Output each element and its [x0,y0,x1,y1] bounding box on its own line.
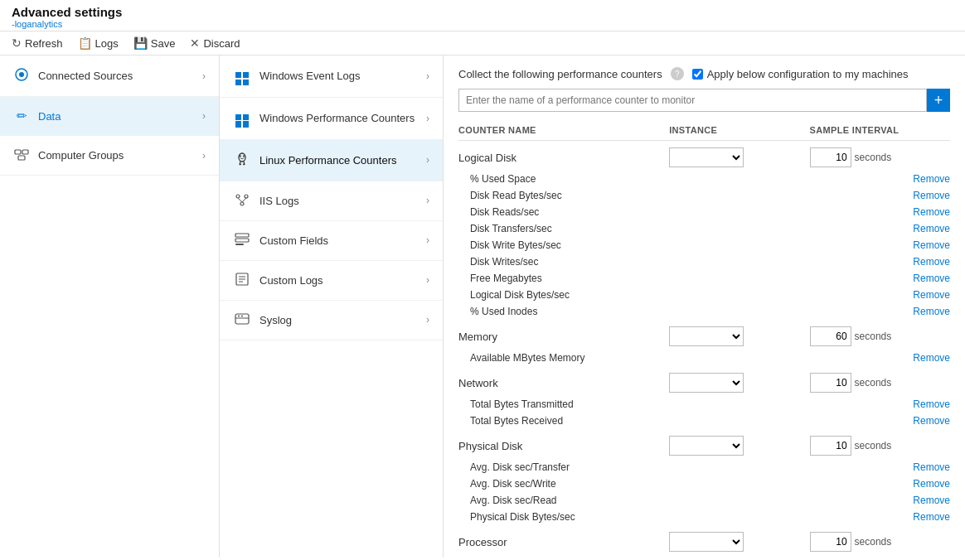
logs-button[interactable]: 📋 Logs [78,36,119,50]
custom-fields-icon [233,233,251,249]
sidebar-item-data[interactable]: ✏ Data › [0,97,219,136]
sample-input[interactable] [810,147,851,167]
svg-point-10 [236,195,240,198]
remove-link[interactable]: Remove [913,173,950,185]
sidebar: Connected Sources › ✏ Data › Computer Gr… [0,56,220,558]
apply-checkbox[interactable] [692,69,703,80]
remove-link[interactable]: Remove [913,352,950,364]
remove-link[interactable]: Remove [913,223,950,234]
sidebar-item-connected-sources[interactable]: Connected Sources › [0,56,219,97]
mid-panel: Windows Event Logs › Windows Performance… [220,56,444,558]
mid-item-windows-event-logs[interactable]: Windows Event Logs › [220,56,443,98]
sample-input[interactable] [810,532,851,552]
remove-link[interactable]: Remove [913,511,950,523]
instance-select[interactable] [669,436,744,456]
sidebar-item-computer-groups[interactable]: Computer Groups › [0,136,219,176]
sub-item-cell: Avg. Disk sec/Write Remove [458,476,950,492]
main-layout: Connected Sources › ✏ Data › Computer Gr… [0,56,965,558]
apply-label: Apply below configuration to my machines [707,68,909,80]
instance-select[interactable] [669,532,744,552]
sub-item-cell: Avg. Disk sec/Read Remove [458,492,950,509]
remove-link[interactable]: Remove [913,461,950,473]
windows-event-logs-label: Windows Event Logs [259,70,360,82]
custom-logs-icon [233,273,251,288]
table-row: Disk Transfers/sec Remove [458,220,950,237]
syslog-label: Syslog [259,314,292,326]
chevron-right-icon-cl: › [426,274,429,286]
remove-link[interactable]: Remove [913,239,950,251]
table-row: Physical Disk seconds [458,429,950,459]
chevron-right-icon: › [202,70,206,82]
sub-item-cell: Avg. Disk sec/Transfer Remove [458,459,950,476]
remove-link[interactable]: Remove [913,398,950,410]
remove-link[interactable]: Remove [913,495,950,506]
mid-item-windows-perf-counters[interactable]: Windows Performance Counters › [220,98,443,140]
svg-point-1 [19,72,24,77]
table-row: Logical Disk seconds [458,141,950,171]
mid-item-syslog[interactable]: Syslog › [220,301,443,340]
svg-point-9 [244,156,245,157]
sub-item-cell: Logical Disk Bytes/sec Remove [458,287,950,303]
svg-rect-3 [22,150,28,154]
mid-item-iis-logs[interactable]: IIS Logs › [220,181,443,221]
group-sample-cell: seconds [810,366,950,396]
collect-title: Collect the following performance counte… [458,68,662,80]
discard-button[interactable]: ✕ Discard [190,36,240,50]
chevron-right-icon-wpc: › [426,113,429,124]
group-instance-cell [669,141,809,171]
add-button[interactable]: + [927,89,950,112]
save-label: Save [151,37,176,50]
remove-link[interactable]: Remove [913,415,950,427]
computer-groups-label: Computer Groups [38,149,124,162]
remove-link[interactable]: Remove [913,206,950,218]
save-button[interactable]: 💾 Save [133,36,176,50]
group-instance-cell [669,320,809,350]
remove-link[interactable]: Remove [913,478,950,490]
group-sample-cell: seconds [810,320,950,350]
sample-input[interactable] [810,326,851,346]
connected-sources-icon [13,67,30,84]
table-row: Total Bytes Received Remove [458,413,950,429]
seconds-label: seconds [855,377,892,389]
remove-link[interactable]: Remove [913,306,950,317]
instance-select[interactable] [669,373,744,393]
group-name-cell: Logical Disk [458,141,669,171]
refresh-button[interactable]: ↻ Refresh [12,36,63,50]
mid-item-custom-fields[interactable]: Custom Fields › [220,221,443,261]
iis-logs-icon [233,193,251,209]
search-input[interactable] [458,89,927,112]
svg-rect-15 [235,234,249,237]
remove-link[interactable]: Remove [913,190,950,201]
table-row: Available MBytes Memory Remove [458,350,950,366]
svg-point-25 [241,315,243,316]
instance-select[interactable] [669,147,744,167]
remove-link[interactable]: Remove [913,273,950,284]
table-row: % Processor Time Remove [458,555,950,558]
help-icon[interactable]: ? [671,67,684,80]
sample-input[interactable] [810,373,851,393]
remove-link[interactable]: Remove [913,256,950,268]
computer-groups-icon [13,147,30,163]
chevron-right-icon-cf: › [426,234,429,246]
save-icon: 💾 [133,36,148,50]
custom-fields-label: Custom Fields [259,234,328,247]
table-row: Processor seconds [458,525,950,555]
sample-input[interactable] [810,436,851,456]
seconds-label: seconds [855,331,892,342]
linux-perf-icon [233,152,251,169]
svg-line-13 [238,198,242,202]
mid-item-custom-logs[interactable]: Custom Logs › [220,261,443,301]
chevron-right-icon-wel: › [426,70,429,82]
instance-select[interactable] [669,326,744,346]
windows-perf-label: Windows Performance Counters [259,112,415,124]
table-row: % Used Space Remove [458,171,950,187]
connected-sources-label: Connected Sources [38,70,133,82]
table-row: Disk Read Bytes/sec Remove [458,187,950,204]
mid-item-linux-perf-counters[interactable]: Linux Performance Counters › [220,140,443,181]
group-sample-cell: seconds [810,429,950,459]
svg-point-24 [238,315,240,316]
table-row: Physical Disk Bytes/sec Remove [458,509,950,525]
remove-link[interactable]: Remove [913,289,950,301]
group-name-cell: Memory [458,320,669,350]
custom-logs-label: Custom Logs [259,274,323,287]
